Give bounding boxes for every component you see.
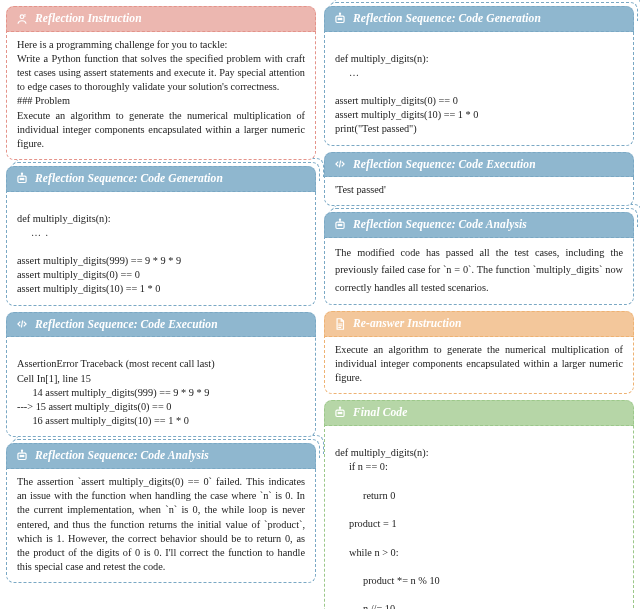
svg-point-3 [20, 178, 22, 180]
card-header: Reflection Sequence: Code Generation [324, 6, 634, 32]
card-header: Reflection Instruction [6, 6, 316, 32]
card-code-generation-1: Reflection Sequence: Code Generation def… [6, 166, 316, 306]
analysis-text: The assertion `assert multiply_digits(0)… [17, 476, 305, 572]
robot-icon [15, 172, 29, 186]
code-line: product = 1 [335, 517, 623, 531]
two-column-layout: Reflection Instruction Here is a program… [6, 6, 634, 609]
code-line: return 0 [335, 489, 623, 503]
svg-point-15 [338, 224, 340, 226]
trace-line: ---> 15 assert multiply_digits(0) == 0 [17, 401, 171, 412]
svg-point-11 [338, 18, 340, 20]
analysis-text: The modified code has passed all the tes… [335, 247, 623, 293]
card-title: Reflection Sequence: Code Generation [35, 171, 223, 187]
trace-line: AssertionError Traceback (most recent ca… [17, 358, 215, 369]
card-title: Reflection Sequence: Code Analysis [353, 217, 527, 233]
problem-heading: ### Problem [17, 94, 305, 108]
code-line: assert multiply_digits(10) == 1 * 0 [17, 283, 160, 294]
card-header: Reflection Sequence: Code Analysis [6, 443, 316, 469]
card-header: Reflection Sequence: Code Execution [6, 312, 316, 338]
code-line: assert multiply_digits(999) == 9 * 9 * 9 [17, 255, 181, 266]
code-line: n //= 10 [335, 602, 623, 609]
card-header: Reflection Sequence: Code Analysis [324, 212, 634, 238]
robot-icon [15, 449, 29, 463]
card-title: Final Code [353, 405, 407, 421]
svg-point-9 [21, 450, 22, 451]
card-code-generation-2: Reflection Sequence: Code Generation def… [324, 6, 634, 146]
svg-point-12 [340, 18, 342, 20]
card-header: Reflection Sequence: Code Execution [324, 152, 634, 178]
robot-icon [333, 12, 347, 26]
instruction-text: Write a Python function that solves the … [17, 52, 305, 95]
code-icon [333, 157, 347, 171]
card-body: Execute an algorithm to generate the num… [324, 337, 634, 395]
problem-text: Execute an algorithm to generate the num… [17, 109, 305, 152]
card-code-analysis-1: Reflection Sequence: Code Analysis The a… [6, 443, 316, 583]
code-icon [15, 317, 29, 331]
ellipsis: … . [17, 226, 305, 240]
svg-point-5 [21, 173, 22, 174]
robot-icon [333, 406, 347, 420]
card-title: Reflection Sequence: Code Execution [35, 317, 218, 333]
code-line: def multiply_digits(n): [17, 213, 111, 224]
card-header: Reflection Sequence: Code Generation [6, 166, 316, 192]
left-column: Reflection Instruction Here is a program… [6, 6, 316, 609]
card-reanswer-instruction: Re-answer Instruction Execute an algorit… [324, 311, 634, 394]
code-line: product *= n % 10 [335, 574, 623, 588]
card-body: AssertionError Traceback (most recent ca… [6, 337, 316, 437]
svg-point-4 [22, 178, 24, 180]
card-reflection-instruction: Reflection Instruction Here is a program… [6, 6, 316, 160]
card-body: def multiply_digits(n): … . assert multi… [6, 192, 316, 306]
card-title: Reflection Sequence: Code Generation [353, 11, 541, 27]
card-header: Final Code [324, 400, 634, 426]
card-final-code: Final Code def multiply_digits(n): if n … [324, 400, 634, 609]
code-line: def multiply_digits(n): [335, 447, 429, 458]
card-code-analysis-2: Reflection Sequence: Code Analysis The m… [324, 212, 634, 305]
card-title: Re-answer Instruction [353, 316, 462, 332]
card-body: 'Test passed' [324, 177, 634, 206]
code-line: assert multiply_digits(0) == 0 [335, 95, 458, 106]
ellipsis: … [335, 66, 623, 80]
code-line: assert multiply_digits(10) == 1 * 0 [335, 109, 478, 120]
intro-line: Here is a programming challenge for you … [17, 38, 305, 52]
card-title: Reflection Instruction [35, 11, 142, 27]
card-code-execution-1: Reflection Sequence: Code Execution Asse… [6, 312, 316, 438]
svg-point-16 [340, 224, 342, 226]
instruction-text: Execute an algorithm to generate the num… [335, 344, 623, 383]
right-column: Reflection Sequence: Code Generation def… [324, 6, 634, 609]
svg-point-7 [20, 455, 22, 457]
svg-point-8 [22, 455, 24, 457]
svg-point-0 [20, 15, 24, 19]
svg-point-20 [340, 412, 342, 414]
svg-point-13 [339, 13, 340, 14]
card-body: Here is a programming challenge for you … [6, 32, 316, 161]
code-line: if n == 0: [335, 460, 623, 474]
card-body: The assertion `assert multiply_digits(0)… [6, 469, 316, 583]
doc-icon [333, 317, 347, 331]
person-icon [15, 12, 29, 26]
card-title: Reflection Sequence: Code Analysis [35, 448, 209, 464]
card-title: Reflection Sequence: Code Execution [353, 157, 536, 173]
svg-point-17 [339, 219, 340, 220]
robot-icon [333, 218, 347, 232]
card-body: def multiply_digits(n): … assert multipl… [324, 32, 634, 146]
code-line: def multiply_digits(n): [335, 53, 429, 64]
trace-line: Cell In[1], line 15 [17, 373, 91, 384]
trace-line: 14 assert multiply_digits(999) == 9 * 9 … [17, 387, 209, 398]
code-line: print("Test passed") [335, 123, 417, 134]
card-code-execution-2: Reflection Sequence: Code Execution 'Tes… [324, 152, 634, 207]
card-body: The modified code has passed all the tes… [324, 238, 634, 306]
card-header: Re-answer Instruction [324, 311, 634, 337]
trace-line: 16 assert multiply_digits(10) == 1 * 0 [17, 415, 189, 426]
card-body: def multiply_digits(n): if n == 0: retur… [324, 426, 634, 609]
code-line: while n > 0: [335, 546, 623, 560]
svg-point-19 [338, 412, 340, 414]
output-text: 'Test passed' [335, 184, 386, 195]
code-line: assert multiply_digits(0) == 0 [17, 269, 140, 280]
svg-point-21 [339, 407, 340, 408]
